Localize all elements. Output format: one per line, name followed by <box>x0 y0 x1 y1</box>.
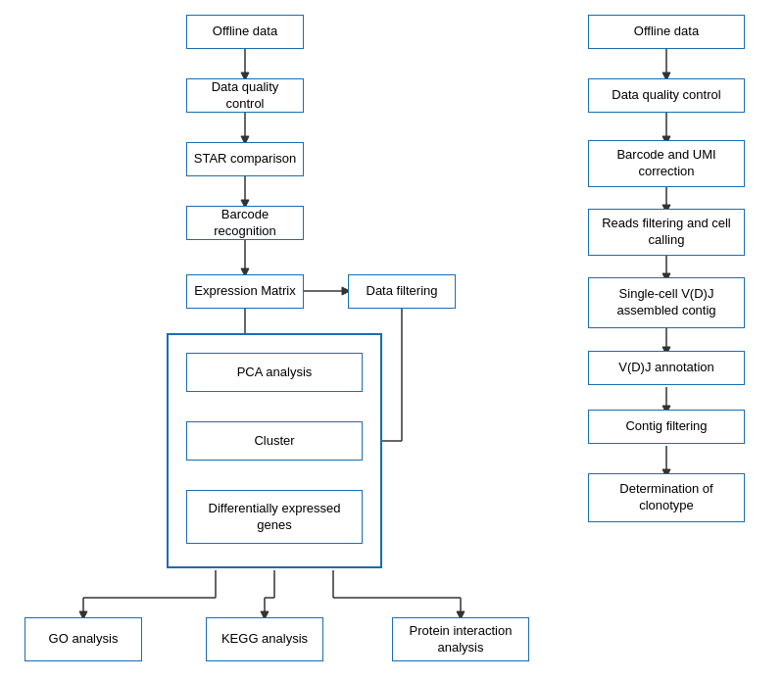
contig-filtering: Contig filtering <box>588 410 745 444</box>
kegg-analysis: KEGG analysis <box>206 617 323 661</box>
left-data-quality-control: Data quality control <box>186 78 304 113</box>
barcode-recognition: Barcode recognition <box>186 206 304 240</box>
protein-interaction-analysis: Protein interaction analysis <box>392 617 529 661</box>
cluster: Cluster <box>186 421 363 461</box>
single-cell-vdj-contig: Single-cell V(D)J assembled contig <box>588 277 745 328</box>
expression-matrix: Expression Matrix <box>186 274 304 309</box>
diagram-container: Offline data Data quality control STAR c… <box>0 0 784 681</box>
barcode-umi-correction: Barcode and UMI correction <box>588 140 745 187</box>
go-analysis: GO analysis <box>24 617 142 661</box>
left-offline-data: Offline data <box>186 15 304 49</box>
data-filtering: Data filtering <box>348 274 456 309</box>
determination-clonotype: Determination of clonotype <box>588 473 745 522</box>
pca-analysis: PCA analysis <box>186 353 363 392</box>
right-data-quality-control: Data quality control <box>588 78 745 113</box>
reads-filtering-cell-calling: Reads filtering and cell calling <box>588 209 745 256</box>
differentially-expressed-genes: Differentially expressed genes <box>186 490 363 544</box>
star-comparison: STAR comparison <box>186 142 304 176</box>
right-offline-data: Offline data <box>588 15 745 49</box>
vdj-annotation: V(D)J annotation <box>588 351 745 385</box>
